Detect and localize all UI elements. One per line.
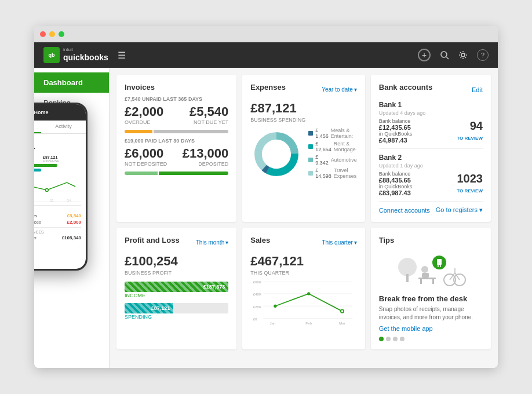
tips-card: Tips bbox=[371, 228, 491, 349]
bank-footer: Connect accounts Go to registers ▾ bbox=[379, 206, 483, 214]
tips-dot-1[interactable] bbox=[379, 337, 384, 341]
invoices-deposited-label: DEPOSITED bbox=[183, 161, 229, 167]
connect-accounts-link[interactable]: Connect accounts bbox=[379, 207, 430, 214]
svg-text:Mar: Mar bbox=[339, 321, 345, 325]
phone-income-sub: INCOME bbox=[34, 159, 39, 163]
phone-open-invoices-amount: £5,540 bbox=[67, 213, 81, 218]
invoices-deposit-row: £6,000 NOT DEPOSITED £13,000 DEPOSITED bbox=[125, 146, 228, 168]
browser-dot-red[interactable] bbox=[40, 31, 46, 37]
qb-brand: intuit quickbooks bbox=[63, 48, 108, 63]
expenses-period-dropdown[interactable]: Year to date ▾ bbox=[322, 86, 357, 93]
sales-chevron-icon: ▾ bbox=[354, 239, 357, 246]
expenses-title: Expenses bbox=[250, 83, 286, 92]
phone-divider-2 bbox=[34, 227, 81, 228]
pnl-spending-amount: £87,121 bbox=[151, 305, 170, 311]
invoices-overdue-row: £2,000 OVERDUE £5,540 NOT DUE YET bbox=[125, 104, 228, 126]
browser-dot-green[interactable] bbox=[59, 31, 64, 37]
tips-title: Tips bbox=[379, 236, 483, 245]
phone-bar-expense bbox=[34, 169, 81, 172]
dashboard-grid: Invoices £7,540 UNPAID LAST 365 DAYS £2,… bbox=[116, 75, 491, 349]
invoices-notdeposited: £6,000 NOT DEPOSITED bbox=[125, 146, 167, 168]
phone-divider-1 bbox=[34, 205, 81, 206]
legend-item-0: £ 1,456 Meals & Entertain: bbox=[308, 127, 357, 139]
phone-tab-activity[interactable]: Activity bbox=[41, 121, 86, 133]
tips-dot-3[interactable] bbox=[393, 337, 398, 341]
tips-pagination bbox=[379, 337, 483, 341]
bank-edit-link[interactable]: Edit bbox=[472, 86, 483, 93]
tips-dot-2[interactable] bbox=[386, 337, 391, 341]
expenses-donut bbox=[250, 128, 303, 180]
bank-accounts-title: Bank accounts bbox=[379, 83, 432, 92]
phone-open-invoices-row: 10 Open Invoices £5,540 bbox=[34, 213, 81, 218]
pnl-spending-bar: £87,121 bbox=[125, 303, 228, 313]
bank-1-review-count: 94 bbox=[457, 120, 483, 132]
pnl-income-amount: £187,373 bbox=[203, 284, 225, 290]
sales-header: Sales This quarter ▾ bbox=[250, 236, 357, 249]
bank-2-review[interactable]: 1023 TO REVIEW bbox=[457, 173, 483, 195]
qb-logo: qb intuit quickbooks bbox=[43, 47, 108, 63]
expenses-label: BUSINESS SPENDING bbox=[250, 117, 357, 123]
phone-profit-amount: £100,254 bbox=[34, 143, 81, 152]
qb-icon: qb bbox=[43, 47, 60, 63]
chevron-down-icon: ▾ bbox=[354, 86, 357, 93]
svg-text:£60K: £60K bbox=[253, 280, 262, 284]
settings-icon[interactable] bbox=[458, 50, 468, 60]
expenses-period-label: Year to date bbox=[322, 86, 353, 93]
phone-open-invoices-label: 10 Open Invoices bbox=[34, 213, 37, 218]
phone-chart-svg: Q1 Q2 Q3 Q4 bbox=[34, 174, 81, 203]
bank-1-balances: Bank balance £12,435.65 in QuickBooks £4… bbox=[379, 118, 413, 144]
browser-dot-yellow[interactable] bbox=[49, 31, 55, 37]
bank-1-name: Bank 1 bbox=[379, 101, 483, 109]
invoices-notdue: £5,540 NOT DUE YET bbox=[190, 104, 228, 126]
phone-screen: ≡ Home Dashboard Activity Profitability … bbox=[34, 104, 86, 269]
pnl-period-dropdown[interactable]: This month ▾ bbox=[196, 239, 228, 246]
svg-point-8 bbox=[265, 143, 288, 166]
sidebar-item-dashboard[interactable]: Dashboard bbox=[34, 72, 109, 93]
pnl-income-bar-row: £187,373 INCOME bbox=[125, 282, 228, 298]
expenses-amount: £87,121 bbox=[250, 101, 357, 116]
invoices-notdeposited-label: NOT DEPOSITED bbox=[125, 161, 167, 167]
tips-dot-4[interactable] bbox=[400, 337, 405, 341]
svg-rect-26 bbox=[422, 273, 429, 278]
pnl-spending-fill: £87,121 bbox=[125, 303, 173, 313]
svg-text:£40K: £40K bbox=[253, 292, 262, 296]
hamburger-icon[interactable]: ☰ bbox=[118, 50, 126, 61]
phone-teal-bar bbox=[34, 169, 41, 172]
tips-svg bbox=[393, 251, 468, 289]
phone-bar-income bbox=[34, 164, 81, 167]
pnl-amount: £100,254 bbox=[125, 254, 228, 269]
tips-cta[interactable]: Get the mobile app bbox=[379, 325, 483, 332]
qb-logo-text: quickbooks bbox=[63, 53, 108, 62]
expenses-header: Expenses Year to date ▾ bbox=[250, 83, 357, 96]
go-to-registers-link[interactable]: Go to registers ▾ bbox=[436, 206, 483, 214]
browser-window: qb intuit quickbooks ☰ + bbox=[34, 26, 498, 368]
bank-1-balance-label: Bank balance bbox=[379, 118, 413, 124]
pnl-income-fill: £187,373 bbox=[125, 282, 228, 292]
pnl-period-label: This month bbox=[196, 239, 224, 246]
phone-tab-dashboard[interactable]: Dashboard bbox=[34, 121, 41, 133]
expenses-legend: £ 1,456 Meals & Entertain: £ 12,654 Rent… bbox=[308, 127, 357, 181]
invoices-deposited-amount: £13,000 bbox=[183, 146, 229, 161]
bank-1-review[interactable]: 94 TO REVIEW bbox=[457, 120, 483, 142]
sales-period-dropdown[interactable]: This quarter ▾ bbox=[322, 239, 356, 246]
expenses-chart: £ 1,456 Meals & Entertain: £ 12,654 Rent… bbox=[250, 127, 357, 181]
phone-overlay: ≡ Home Dashboard Activity Profitability … bbox=[34, 103, 88, 271]
svg-point-19 bbox=[341, 309, 344, 312]
legend-desc-1: Rent & Mortgage bbox=[334, 141, 357, 152]
app-container: qb intuit quickbooks ☰ + bbox=[34, 42, 498, 368]
help-icon[interactable]: ? bbox=[477, 49, 489, 61]
search-icon[interactable] bbox=[440, 50, 449, 60]
phone-top-bar: ≡ Home bbox=[34, 104, 86, 121]
svg-text:Q4: Q4 bbox=[67, 199, 71, 202]
legend-desc-2: Automotive bbox=[331, 157, 357, 163]
invoices-paid-meta: £19,000 PAID LAST 30 DAYS bbox=[125, 138, 228, 144]
bank-1-qb-balance: £4,987.43 bbox=[379, 137, 413, 144]
svg-point-0 bbox=[441, 52, 447, 57]
browser-chrome bbox=[34, 26, 498, 42]
phone-app-name: Home bbox=[34, 110, 49, 115]
bank-2-name: Bank 2 bbox=[379, 154, 483, 162]
legend-desc-0: Meals & Entertain: bbox=[331, 127, 357, 139]
pnl-spending-bar-row: £87,121 SPENDING bbox=[125, 303, 228, 320]
add-icon[interactable]: + bbox=[418, 49, 431, 61]
bank-1-balance-amount: £12,435.65 bbox=[379, 124, 413, 131]
